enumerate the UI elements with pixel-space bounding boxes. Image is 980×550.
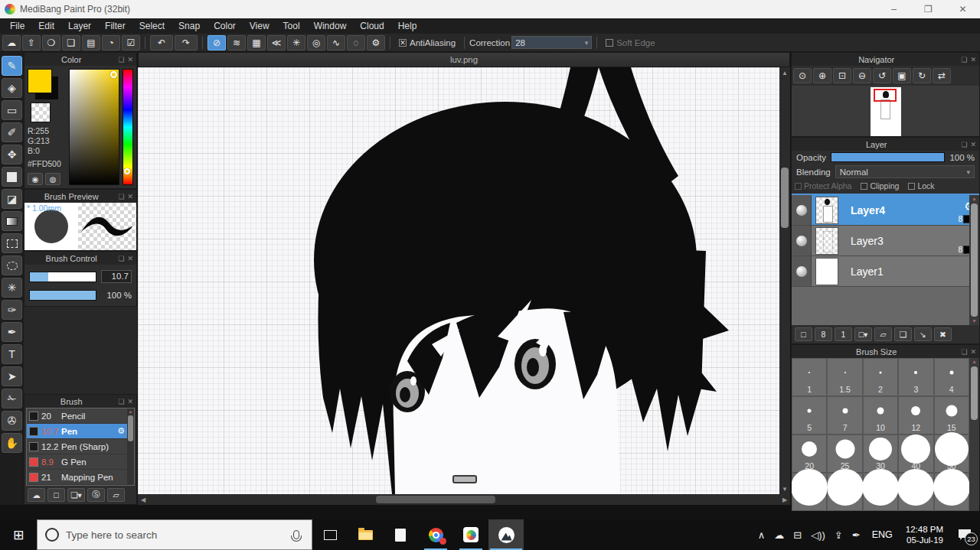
zoom-in-icon[interactable]: ⊕ (813, 68, 831, 83)
text-tool-icon[interactable]: T (2, 344, 22, 364)
rotate-reset-icon[interactable]: ↺ (873, 68, 891, 83)
volume-icon[interactable]: ◁)) (806, 529, 830, 541)
brush-size-cell[interactable]: 25 (827, 434, 862, 473)
close-icon[interactable]: ✕ (127, 56, 133, 63)
brush-size-cell[interactable] (792, 473, 827, 511)
canvas[interactable] (138, 67, 779, 494)
chrome-button[interactable] (418, 519, 453, 550)
network-icon[interactable]: ⊟ (789, 529, 806, 541)
zoom-100-icon[interactable]: ⊙ (793, 68, 812, 83)
eyedropper-tool-icon[interactable]: ✇ (2, 411, 22, 431)
brush-size-cell[interactable]: 3 (898, 358, 933, 396)
script-brush-icon[interactable]: Ⓢ (87, 488, 105, 502)
blending-dropdown[interactable]: Normal ▾ (835, 165, 975, 178)
popout-icon[interactable]: ❏ (118, 255, 124, 262)
zoom-out-icon[interactable]: ⊖ (853, 68, 871, 83)
undo-icon[interactable]: ↶ (150, 35, 173, 50)
chat-bubble-icon[interactable]: ❍ (42, 35, 60, 50)
fill-tool-icon[interactable] (2, 167, 22, 187)
brush-size-cell[interactable]: 30 (863, 434, 898, 473)
lasso-tool-icon[interactable] (2, 255, 22, 275)
redo-icon[interactable]: ↷ (175, 35, 198, 50)
language-indicator[interactable]: ENG (865, 529, 900, 540)
brush-size-cell[interactable] (863, 473, 898, 511)
select-tool-icon[interactable] (2, 233, 22, 253)
correction-dropdown[interactable]: 28 ▾ (511, 36, 592, 49)
notification-center-button[interactable]: 23 (949, 519, 980, 550)
scroll-down-icon[interactable]: ▼ (972, 317, 977, 325)
canvas-artwork[interactable] (138, 67, 779, 494)
start-button[interactable]: ⊞ (0, 519, 37, 550)
close-icon[interactable]: ✕ (127, 193, 133, 200)
menu-item[interactable]: View (243, 18, 276, 34)
brush-list-item[interactable]: 21 Mapping Pen ⚙ (27, 470, 134, 485)
layer-visibility-toggle[interactable] (792, 256, 812, 286)
horizontal-scroll-thumb[interactable] (376, 496, 496, 503)
radial-snap-icon[interactable]: ✳ (287, 35, 305, 50)
menu-item[interactable]: Layer (61, 18, 98, 34)
layer-row[interactable]: Layer3 8 ⚙ (792, 226, 979, 256)
brush-size-cell[interactable] (934, 473, 969, 511)
scroll-left-icon[interactable]: ◀ (138, 494, 149, 505)
scroll-up-icon[interactable]: ▲ (129, 408, 133, 415)
flip-icon[interactable]: ⇄ (933, 68, 951, 83)
dot-pen-tool-icon[interactable]: ✐ (2, 122, 22, 142)
brush-size-value[interactable]: 10.7 (101, 270, 132, 283)
layer-visibility-toggle[interactable] (792, 195, 812, 225)
eraser-tool-icon[interactable]: ◈ (2, 78, 22, 98)
brush-size-cell[interactable]: 1.5 (827, 358, 862, 396)
close-icon[interactable]: ✕ (970, 141, 976, 148)
brush-size-cell[interactable]: 20 (792, 434, 827, 473)
popout-icon[interactable]: ❏ (961, 56, 967, 63)
soft-edge-checkbox[interactable]: Soft Edge (606, 38, 655, 47)
brush-list-item[interactable]: 8.9 G Pen ⚙ (27, 454, 134, 470)
file-explorer-button[interactable] (348, 519, 383, 550)
grid-snap-icon[interactable]: ▦ (247, 35, 266, 50)
navigator-preview[interactable] (792, 86, 979, 136)
popout-icon[interactable]: ❏ (118, 193, 124, 200)
bucket-tool-icon[interactable]: ◪ (2, 189, 22, 209)
merge-layer-icon[interactable]: ↘ (914, 327, 932, 341)
cloud-icon[interactable]: ☁ (2, 35, 21, 50)
scroll-up-icon[interactable]: ▲ (972, 195, 977, 203)
brush-size-cell[interactable] (898, 473, 933, 511)
close-button[interactable]: ✕ (946, 0, 980, 18)
brush-folder-icon[interactable]: ▱ (107, 488, 125, 502)
medibang-pro-button[interactable] (488, 519, 524, 550)
popout-icon[interactable]: ❏ (961, 141, 967, 148)
brush-opacity-slider[interactable] (29, 290, 96, 301)
protect-alpha-checkbox[interactable]: Protect Alpha (795, 181, 851, 190)
taskbar-search[interactable]: Type here to search (37, 519, 312, 550)
ink-pen-icon[interactable]: ✒ (848, 529, 865, 541)
divide-tool-icon[interactable]: ✁ (2, 389, 22, 408)
chevron-up-icon[interactable]: ∧ (753, 529, 770, 541)
brush-size-cell[interactable]: 12 (898, 396, 933, 434)
minimize-button[interactable]: – (877, 0, 911, 18)
new-8bit-layer-icon[interactable]: 8 (815, 327, 832, 341)
brush-size-cell[interactable]: 1 (792, 358, 827, 396)
onedrive-icon[interactable]: ☁ (769, 529, 789, 541)
close-icon[interactable]: ✕ (127, 398, 133, 405)
brush-tool-icon[interactable]: ✎ (2, 56, 22, 76)
popout-icon[interactable]: ❏ (118, 56, 124, 63)
brush-size-cell[interactable]: 10 (863, 396, 898, 434)
gradient-tool-icon[interactable] (2, 211, 22, 231)
brush-size-cell[interactable]: 7 (827, 396, 862, 434)
vertical-scroll-thumb[interactable] (781, 168, 789, 229)
notepad-button[interactable] (383, 519, 418, 550)
publish-icon[interactable]: ⇧ (22, 35, 41, 50)
snap-off-icon[interactable]: ⊘ (207, 35, 226, 50)
document-tab[interactable]: luv.png (138, 52, 790, 67)
brush-size-cell[interactable]: 50 (934, 434, 969, 473)
add-brush-icon[interactable]: □ (47, 488, 65, 502)
brush-size-cell[interactable]: 2 (863, 358, 898, 396)
scroll-down-icon[interactable]: ▼ (779, 483, 790, 494)
antialiasing-checkbox[interactable]: ✕ AntiAliasing (399, 38, 456, 47)
layer-scroll-thumb[interactable] (971, 203, 978, 317)
menu-item[interactable]: Color (207, 18, 243, 34)
layer-list-scrollbar[interactable]: ▲ ▼ (969, 195, 979, 325)
menu-item[interactable]: File (3, 18, 31, 34)
clipping-checkbox[interactable]: Clipping (861, 181, 899, 190)
hue-marker[interactable] (124, 168, 130, 174)
clock[interactable]: 12:48 PM 05-Jul-19 (900, 524, 949, 545)
